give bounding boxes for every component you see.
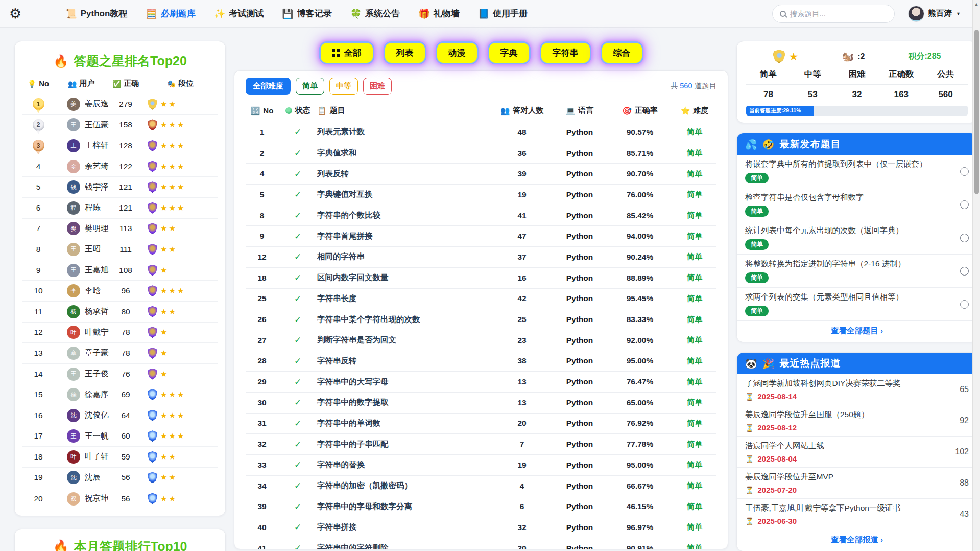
stat-label: 公共: [923, 68, 968, 84]
question-title-link[interactable]: 字符串的个数比较: [317, 210, 492, 221]
radio-button[interactable]: [960, 200, 969, 209]
ranking-row[interactable]: 16 沈 沈俊亿 64 ★★★: [22, 405, 218, 426]
ranking-row[interactable]: 8 王 王昭 111 ★★: [22, 239, 218, 260]
question-title-link[interactable]: 字符串反转: [317, 356, 492, 366]
question-language: Python: [552, 419, 607, 428]
rank-correct-count: 76: [109, 370, 142, 379]
question-number: 34: [246, 481, 278, 491]
news-item[interactable]: 子涵同学新加坡科创网页DIY决赛荣获二等奖 ⏳ 2025-08-14 65: [737, 374, 977, 405]
question-title-link[interactable]: 字典键值对互换: [317, 189, 492, 200]
scrollbar-thumb[interactable]: [974, 30, 979, 194]
search-input[interactable]: [790, 10, 887, 18]
question-title-link[interactable]: 字符串中的数字提取: [317, 397, 492, 408]
rank-correct-count: 121: [109, 203, 142, 213]
nav-item[interactable]: 📘 使用手册: [478, 8, 528, 19]
category-button[interactable]: 字典: [489, 43, 529, 63]
page-scrollbar[interactable]: ▲: [972, 0, 980, 551]
check-icon: ✓: [278, 314, 317, 325]
difficulty-button-all[interactable]: 全部难度: [246, 78, 291, 95]
rank-number: 11: [22, 307, 55, 316]
view-all-questions-link[interactable]: 查看全部题目 ›: [737, 321, 977, 342]
question-title-link[interactable]: 字符串的替换: [317, 460, 492, 470]
category-button[interactable]: 列表: [385, 43, 425, 63]
ranking-row[interactable]: 4 余 余艺琦 122 ★★★: [22, 156, 218, 177]
question-difficulty: 简单: [673, 481, 716, 491]
ranking-row[interactable]: 1 姜 姜辰逸 279 ★★: [22, 94, 218, 115]
category-button-label: 列表: [396, 47, 414, 59]
nav-item[interactable]: 🧮 必刷题库: [146, 8, 195, 19]
question-language: Python: [552, 294, 607, 303]
question-title-link[interactable]: 字符串的加密（凯撒密码）: [317, 480, 492, 491]
question-title-link[interactable]: 字符串中某个字符出现的次数: [317, 314, 492, 325]
question-title-link[interactable]: 字符串首尾拼接: [317, 231, 492, 242]
ranking-row[interactable]: 2 王 王伍豪 158 ★★★: [22, 115, 218, 136]
scrollbar-up-arrow[interactable]: ▲: [973, 2, 980, 7]
news-item[interactable]: 姜辰逸同学段位升至国服（250题） ⏳ 2025-08-12 92: [737, 405, 977, 437]
question-language: Python: [552, 169, 607, 178]
difficulty-button-medium[interactable]: 中等: [329, 78, 358, 95]
question-title-link[interactable]: 列表元素计数: [317, 127, 492, 137]
ranking-row[interactable]: 18 叶 叶子轩 59 ★★: [22, 447, 218, 468]
question-title-link[interactable]: 区间内数字回文数量: [317, 272, 492, 283]
question-title-link[interactable]: 字符串长度: [317, 293, 492, 304]
rank-correct-count: 80: [109, 307, 142, 316]
ranking-row[interactable]: 10 李 李晗 96 ★★★: [22, 281, 218, 302]
news-item[interactable]: 王伍豪,王嘉旭,叶戴宁等拿下Python一级证书 ⏳ 2025-06-30 43: [737, 499, 977, 530]
rank-number: 17: [22, 431, 55, 441]
question-title-link[interactable]: 判断字符串是否为回文: [317, 335, 492, 346]
ranking-row[interactable]: 5 钱 钱宇泽 121 ★★★: [22, 177, 218, 198]
latest-question-title: 将整数转换为指定进制的字符串（2-16 进制）: [745, 259, 905, 269]
tier-shield-icon: [148, 369, 157, 380]
ranking-row[interactable]: 17 王 王一帆 60 ★★★: [22, 426, 218, 447]
ranking-row[interactable]: 12 叶 叶戴宁 78 ★: [22, 323, 218, 343]
rank-number: 16: [22, 411, 55, 420]
ranking-row[interactable]: 7 樊 樊明理 113 ★★: [22, 219, 218, 240]
ranking-row[interactable]: 13 章 章子豪 78 ★: [22, 343, 218, 364]
question-title-link[interactable]: 字符串中的单词数: [317, 418, 492, 429]
ranking-row[interactable]: 11 杨 杨承哲 80 ★★: [22, 302, 218, 323]
news-item[interactable]: 浩宸同学个人网站上线 ⏳ 2025-08-04 102: [737, 437, 977, 468]
question-language: Python: [552, 481, 607, 491]
question-language: Python: [552, 544, 607, 549]
nav-item[interactable]: 🍀 系统公告: [350, 8, 400, 19]
news-item[interactable]: 姜辰逸同学段位升至MVP ⏳ 2025-07-20 88: [737, 468, 977, 499]
question-title-link[interactable]: 字典值求和: [317, 148, 492, 158]
category-button[interactable]: 动漫: [437, 43, 477, 63]
radio-button[interactable]: [960, 167, 969, 176]
radio-button[interactable]: [960, 267, 969, 276]
tier-stars: ★: [160, 349, 169, 358]
search-box[interactable]: [772, 5, 895, 23]
ranking-row[interactable]: 20 祝 祝京坤 56 ★★: [22, 488, 218, 509]
question-title-link[interactable]: 字符串拼接: [317, 522, 492, 533]
category-button[interactable]: 字符串: [541, 43, 590, 63]
question-title-link[interactable]: 相同的字符串: [317, 251, 492, 262]
view-all-news-link[interactable]: 查看全部报道 ›: [737, 530, 977, 551]
ranking-row[interactable]: 14 王 王子俊 76 ★: [22, 364, 218, 385]
user-avatar: [908, 6, 924, 22]
category-button[interactable]: 全部: [321, 43, 373, 63]
ranking-row[interactable]: 6 程 程陈 121 ★★★: [22, 198, 218, 219]
ranking-row[interactable]: 15 徐 徐嘉序 69 ★★★: [22, 384, 218, 405]
nav-item[interactable]: 💾 博客记录: [282, 8, 331, 19]
settings-gear-icon[interactable]: ⚙: [9, 6, 21, 22]
question-title-link[interactable]: 字符串中的字母和数字分离: [317, 501, 492, 512]
radio-button[interactable]: [960, 300, 969, 309]
ranking-row[interactable]: 19 沈 沈辰 56 ★★: [22, 468, 218, 489]
difficulty-button-easy[interactable]: 简单: [296, 78, 324, 95]
question-number: 25: [246, 294, 278, 303]
radio-button[interactable]: [960, 234, 969, 242]
ranking-row[interactable]: 3 王 王梓轩 128 ★★★: [22, 135, 218, 156]
nav-item[interactable]: 📜 Python教程: [65, 8, 127, 19]
nav-item[interactable]: ✨ 考试测试: [214, 8, 264, 19]
user-menu[interactable]: 熊百涛 ▼: [908, 6, 961, 22]
category-button[interactable]: 综合: [602, 43, 642, 63]
rank-tier: ★★: [142, 451, 218, 463]
difficulty-button-hard[interactable]: 困难: [363, 78, 392, 95]
question-title-link[interactable]: 列表反转: [317, 169, 492, 179]
ranking-row[interactable]: 9 王 王嘉旭 108 ★: [22, 260, 218, 281]
question-title-link[interactable]: 字符串中的子串匹配: [317, 439, 492, 450]
rank-correct-count: 122: [109, 162, 142, 171]
question-title-link[interactable]: 字符串中的大写字母: [317, 377, 492, 387]
question-title-link[interactable]: 字符串中的字符删除: [317, 543, 492, 549]
nav-item[interactable]: 🎁 礼物墙: [418, 8, 459, 19]
